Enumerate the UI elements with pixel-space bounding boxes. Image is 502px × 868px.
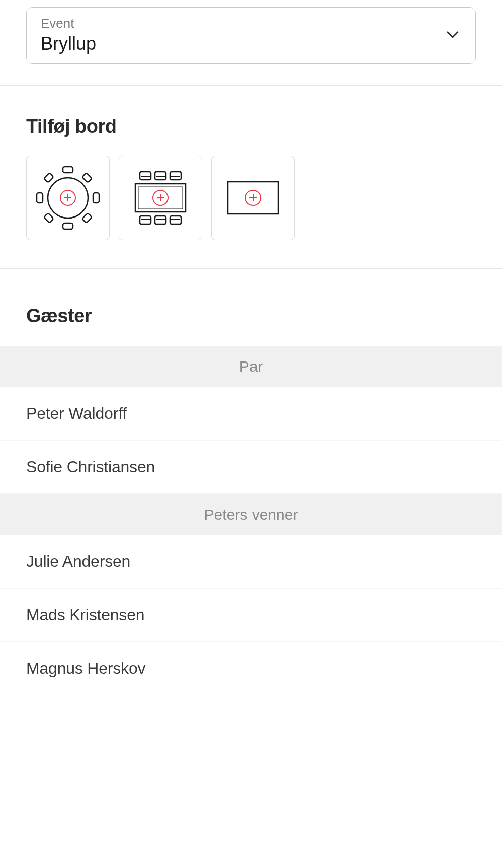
guest-item[interactable]: Julie Andersen: [0, 535, 502, 589]
svg-rect-0: [63, 167, 73, 173]
round-table-icon: [36, 166, 100, 230]
guest-group-header: Peters venner: [0, 494, 502, 535]
svg-rect-2: [37, 193, 43, 203]
svg-rect-12: [140, 172, 151, 180]
event-selector[interactable]: Event Bryllup: [26, 7, 476, 64]
svg-rect-4: [44, 173, 54, 183]
svg-rect-13: [155, 172, 166, 180]
table-options: [26, 156, 476, 240]
svg-rect-7: [82, 213, 92, 223]
add-round-table-button[interactable]: [26, 156, 110, 240]
svg-rect-16: [155, 216, 166, 224]
rect-table-plain-icon: [221, 166, 285, 230]
svg-rect-15: [140, 216, 151, 224]
chevron-down-icon: [444, 26, 461, 45]
add-rect-chairs-table-button[interactable]: [119, 156, 202, 240]
guest-item[interactable]: Magnus Herskov: [0, 642, 502, 695]
guests-title: Gæster: [0, 305, 502, 327]
rect-table-chairs-icon: [128, 166, 193, 230]
event-selector-label: Event: [41, 16, 96, 31]
svg-rect-3: [93, 193, 99, 203]
guest-group-header: Par: [0, 346, 502, 387]
event-selector-value: Bryllup: [41, 33, 96, 54]
svg-rect-17: [170, 216, 181, 224]
svg-rect-5: [82, 173, 92, 183]
guest-item[interactable]: Sofie Christiansen: [0, 441, 502, 494]
svg-rect-14: [170, 172, 181, 180]
svg-rect-1: [63, 223, 73, 229]
svg-rect-6: [44, 213, 54, 223]
guest-item[interactable]: Mads Kristensen: [0, 589, 502, 642]
add-rect-plain-table-button[interactable]: [211, 156, 295, 240]
guest-item[interactable]: Peter Waldorff: [0, 387, 502, 441]
add-table-title: Tilføj bord: [26, 116, 476, 137]
